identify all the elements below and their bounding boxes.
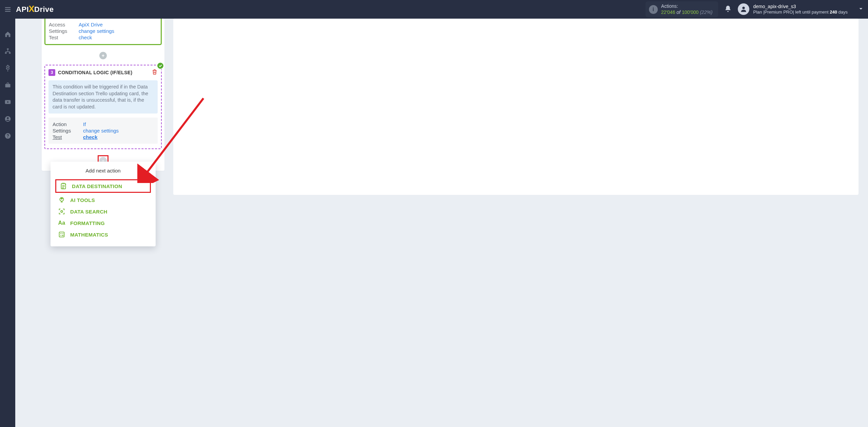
svg-rect-16 <box>59 232 64 237</box>
conditional-kv: Action If Settings change settings Test … <box>48 118 158 144</box>
menu-item-label: DATA SEARCH <box>70 209 107 215</box>
kv-link[interactable]: check <box>79 35 92 40</box>
user-plan: Plan |Premium PRO| left until payment 24… <box>753 9 848 15</box>
card-info: This condition will be triggered if in t… <box>48 80 158 114</box>
user-menu[interactable]: demo_apix-drive_s3 Plan |Premium PRO| le… <box>738 3 848 15</box>
check-icon <box>158 64 162 68</box>
user-menu-caret[interactable] <box>858 6 864 13</box>
workflow-panel: Access ApiX Drive Settings change settin… <box>42 19 164 171</box>
dollar-icon <box>4 65 11 72</box>
actions-label: Actions: <box>661 3 713 9</box>
chevron-down-icon <box>858 6 864 12</box>
svg-rect-7 <box>5 84 10 87</box>
menu-item-label: FORMATTING <box>70 220 105 226</box>
kv-row: Test check <box>49 34 157 41</box>
scan-icon <box>58 208 65 215</box>
actions-total: 100'000 <box>682 9 698 15</box>
logo[interactable]: APIXDrive <box>16 4 54 15</box>
source-card: Access ApiX Drive Settings change settin… <box>44 19 162 45</box>
actions-used: 22'046 <box>661 9 675 15</box>
kv-link[interactable]: change settings <box>79 28 114 34</box>
status-check-badge <box>157 62 164 69</box>
question-icon <box>4 133 11 139</box>
conditional-card[interactable]: 3 CONDITIONAL LOGIC (IF/ELSE) This condi… <box>44 65 162 149</box>
source-kv: Access ApiX Drive Settings change settin… <box>45 21 161 41</box>
actions-values: 22'046 of 100'000 (22%) <box>661 9 713 16</box>
svg-point-15 <box>61 210 63 212</box>
kv-link[interactable]: ApiX Drive <box>79 22 103 27</box>
content: Access ApiX Drive Settings change settin… <box>15 19 868 427</box>
step-number: 3 <box>48 69 55 76</box>
kv-key: Settings <box>49 28 79 34</box>
kv-link[interactable]: check <box>83 134 98 140</box>
sidebar-item-video[interactable] <box>0 97 15 107</box>
card-title: CONDITIONAL LOGIC (IF/ELSE) <box>58 70 132 75</box>
plan-days: 240 <box>830 9 837 15</box>
actions-counter[interactable]: i Actions: 22'046 of 100'000 (22%) <box>646 1 718 17</box>
menu-item-label: AI TOOLS <box>70 197 95 203</box>
svg-rect-5 <box>5 52 6 54</box>
logo-text-suffix: Drive <box>34 5 54 14</box>
notifications-button[interactable] <box>724 5 732 14</box>
kv-link[interactable]: If <box>83 121 86 127</box>
logo-text-x: X <box>28 4 35 14</box>
user-icon <box>740 5 747 13</box>
youtube-icon <box>4 99 11 105</box>
brain-icon <box>58 196 65 204</box>
actions-text: Actions: 22'046 of 100'000 (22%) <box>661 3 713 15</box>
actions-of: of <box>676 9 680 15</box>
popup-title: Add next action <box>55 168 152 174</box>
menu-item-label: DATA DESTINATION <box>72 183 122 189</box>
kv-row: Settings change settings <box>53 127 154 134</box>
svg-point-3 <box>742 7 745 9</box>
menu-item-ai-tools[interactable]: AI TOOLS <box>55 194 152 206</box>
sidebar-item-home[interactable] <box>0 29 15 39</box>
trash-icon <box>152 69 158 75</box>
kv-key: Access <box>49 22 79 27</box>
svg-point-12 <box>7 137 8 138</box>
sidebar-item-toolbox[interactable] <box>0 80 15 90</box>
avatar <box>738 3 749 15</box>
kv-link[interactable]: change settings <box>83 128 119 134</box>
kv-key: Action <box>53 121 83 127</box>
kv-key: Settings <box>53 128 83 134</box>
sitemap-icon <box>4 48 11 55</box>
kv-key: Test <box>53 134 83 140</box>
sidebar-item-account[interactable] <box>0 114 15 124</box>
menu-toggle-button[interactable] <box>0 0 15 19</box>
hamburger-icon <box>4 6 12 13</box>
add-step-button[interactable]: + <box>99 52 107 59</box>
right-panel <box>173 19 859 195</box>
svg-rect-6 <box>9 52 11 54</box>
plan-days-suffix: days <box>837 9 848 15</box>
menu-item-formatting[interactable]: Aa FORMATTING <box>55 217 152 229</box>
main: Access ApiX Drive Settings change settin… <box>0 19 868 427</box>
logo-text-prefix: API <box>16 5 29 14</box>
sidebar-item-help[interactable] <box>0 131 15 141</box>
sidebar <box>0 19 15 427</box>
bell-icon <box>724 5 732 13</box>
briefcase-icon <box>4 82 11 88</box>
sidebar-item-connections[interactable] <box>0 46 15 56</box>
sidebar-item-billing[interactable] <box>0 63 15 73</box>
clipboard-icon <box>60 182 67 190</box>
add-action-popup: Add next action DATA DESTINATION AI TOOL… <box>51 162 156 246</box>
kv-key: Test <box>49 35 79 40</box>
menu-item-mathematics[interactable]: MATHEMATICS <box>55 229 152 240</box>
plan-prefix: Plan |Premium PRO| left until payment <box>753 9 830 15</box>
info-icon: i <box>649 5 658 14</box>
svg-rect-4 <box>7 48 8 50</box>
conditional-card-wrap: 3 CONDITIONAL LOGIC (IF/ELSE) This condi… <box>44 65 162 149</box>
home-icon <box>4 31 11 38</box>
kv-row: Test check <box>53 134 154 140</box>
kv-row: Settings change settings <box>49 28 157 34</box>
svg-rect-1 <box>5 9 11 9</box>
actions-pct: (22%) <box>700 9 712 15</box>
svg-point-10 <box>7 117 8 119</box>
menu-item-data-search[interactable]: DATA SEARCH <box>55 206 152 217</box>
card-header: 3 CONDITIONAL LOGIC (IF/ELSE) <box>48 69 158 76</box>
delete-step-button[interactable] <box>152 69 158 76</box>
aa-icon: Aa <box>58 219 65 227</box>
kv-row: Action If <box>53 121 154 127</box>
menu-item-data-destination[interactable]: DATA DESTINATION <box>55 179 151 193</box>
